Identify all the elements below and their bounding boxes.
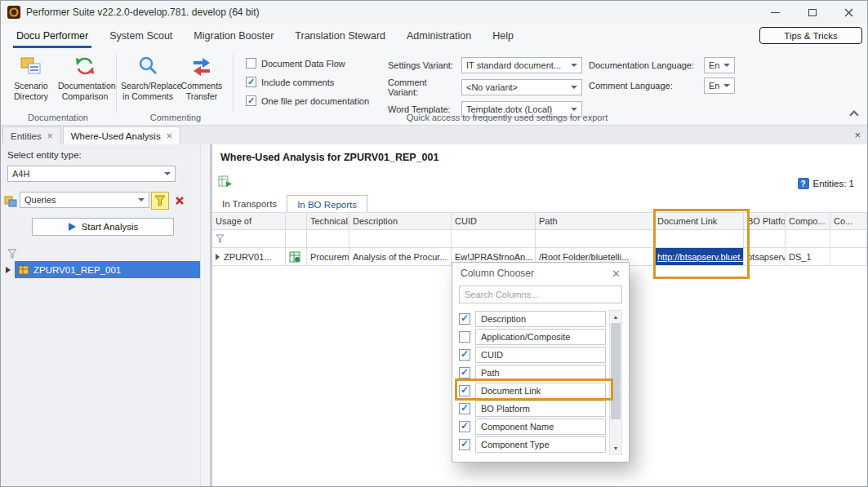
tab-in-bo-reports[interactable]: In BO Reports: [287, 195, 367, 213]
comment-variant-dropdown[interactable]: <No variant>: [461, 79, 582, 95]
cell-usage-of[interactable]: ZPURV01...: [212, 248, 286, 266]
start-analysis-button[interactable]: Start Analysis: [32, 218, 174, 236]
tab-docu-performer[interactable]: Docu Performer: [6, 24, 99, 48]
column-option-label[interactable]: Application/Composite: [475, 329, 606, 345]
tab-system-scout[interactable]: System Scout: [99, 24, 183, 48]
column-header-icon[interactable]: [286, 212, 307, 230]
checkbox-document-data-flow[interactable]: Document Data Flow: [246, 58, 386, 69]
clear-filter-button[interactable]: [171, 192, 189, 210]
checkbox-icon[interactable]: [459, 439, 470, 450]
checkbox-icon[interactable]: [459, 331, 470, 343]
cell-document-link[interactable]: http://btsapserv.bluet...: [654, 248, 744, 266]
filter-button[interactable]: [151, 192, 169, 210]
tab-migration-booster[interactable]: Migration Booster: [183, 24, 284, 48]
expand-arrow-icon[interactable]: [6, 267, 11, 273]
minimize-button[interactable]: [757, 1, 794, 24]
column-option-label[interactable]: Component Type: [475, 436, 606, 453]
checkbox-icon[interactable]: [459, 349, 470, 361]
checkbox-include-comments[interactable]: Include comments: [246, 77, 386, 87]
scenario-directory-button[interactable]: Scenario Directory: [4, 52, 58, 101]
column-search-input[interactable]: [459, 286, 622, 303]
filter-cell[interactable]: [830, 230, 867, 248]
column-option-description[interactable]: Description: [459, 310, 606, 327]
close-tab-icon[interactable]: ×: [47, 131, 53, 141]
cell-component-name[interactable]: DS_1: [786, 248, 830, 266]
scroll-down-icon[interactable]: ▼: [610, 442, 621, 454]
dialog-close-icon[interactable]: ✕: [612, 268, 621, 280]
filter-cell[interactable]: [307, 230, 349, 248]
column-option-bo-platform[interactable]: BO Platform: [459, 400, 606, 417]
filter-cell[interactable]: [786, 230, 830, 248]
filter-cell[interactable]: [536, 230, 654, 248]
column-header-document-link[interactable]: Document Link: [654, 212, 744, 230]
cell-technical[interactable]: Procurem...: [307, 248, 349, 266]
column-option-label[interactable]: BO Platform: [475, 401, 606, 417]
filter-cell[interactable]: [286, 230, 307, 248]
tab-in-transports[interactable]: In Transports: [212, 195, 287, 213]
checkbox-icon[interactable]: [459, 385, 470, 396]
export-icon[interactable]: [218, 175, 232, 191]
column-header-cuid[interactable]: CUID: [452, 212, 536, 230]
entity-type-dropdown[interactable]: Queries: [20, 192, 149, 208]
comments-transfer-button[interactable]: Comments Transfer: [175, 52, 229, 101]
documentation-language-dropdown[interactable]: En: [704, 57, 735, 73]
checkbox-icon[interactable]: [459, 313, 470, 325]
filter-cell-usage-of[interactable]: [212, 230, 286, 248]
filter-cell[interactable]: [654, 230, 744, 248]
column-option-label[interactable]: Description: [475, 311, 606, 327]
column-option-label[interactable]: Component Name: [475, 418, 606, 435]
checkbox-one-file-per-documentation[interactable]: One file per documentation: [246, 95, 386, 106]
settings-variant-dropdown[interactable]: IT standard document...: [461, 57, 582, 73]
tips-tricks-button[interactable]: Tips & Tricks: [759, 27, 862, 44]
tab-help[interactable]: Help: [482, 24, 524, 48]
column-header-path[interactable]: Path: [536, 212, 654, 230]
tab-where-used-analysis[interactable]: Where-Used Analysis ×: [63, 126, 180, 144]
column-option-label[interactable]: Document Link: [475, 383, 606, 399]
close-tab-icon[interactable]: ×: [167, 131, 172, 141]
close-document-icon[interactable]: ×: [854, 129, 861, 141]
filter-cell[interactable]: [744, 230, 786, 248]
expand-arrow-icon[interactable]: [216, 254, 220, 260]
cell-bo-platform[interactable]: btsapserv: [744, 248, 786, 266]
filter-cell[interactable]: [349, 230, 452, 248]
dialog-titlebar[interactable]: Column Chooser ✕: [452, 263, 629, 284]
close-button[interactable]: [830, 1, 867, 24]
tree-item-zpurv01[interactable]: ZPURV01_REP_001: [1, 261, 203, 278]
checkbox-icon[interactable]: [459, 403, 470, 414]
scroll-up-icon[interactable]: ▲: [610, 311, 621, 323]
tab-translation-steward[interactable]: Translation Steward: [284, 24, 396, 48]
system-dropdown[interactable]: A4H: [7, 166, 176, 182]
column-option-application-composite[interactable]: Application/Composite: [459, 328, 606, 345]
column-header-component-type[interactable]: Co...: [830, 212, 867, 230]
tree-item-selected[interactable]: ZPURV01_REP_001: [15, 261, 203, 278]
search-replace-comments-button[interactable]: Search/Replace in Comments: [121, 52, 175, 101]
sidebar-scrollbar[interactable]: [200, 144, 210, 487]
maximize-button[interactable]: [794, 1, 830, 24]
dialog-scrollbar[interactable]: ▲ ▼: [609, 310, 622, 455]
column-option-cuid[interactable]: CUID: [459, 346, 606, 363]
cell-component-type[interactable]: [830, 248, 867, 266]
filter-cell[interactable]: [452, 230, 536, 248]
column-option-component-type[interactable]: Component Type: [459, 436, 606, 453]
checkbox-icon[interactable]: [459, 421, 470, 432]
column-header-component-name[interactable]: Compo...: [786, 212, 830, 230]
tree-filter-icon[interactable]: [7, 247, 17, 262]
column-header-bo-platform[interactable]: BO Platfo...: [744, 212, 786, 230]
column-header-description[interactable]: Description: [349, 212, 452, 230]
scrollbar-thumb[interactable]: [611, 323, 621, 419]
column-option-label[interactable]: CUID: [475, 347, 606, 363]
column-option-label[interactable]: Path: [475, 365, 606, 381]
cell-type-icon[interactable]: [286, 248, 307, 266]
collapse-ribbon-icon[interactable]: [849, 110, 858, 119]
column-header-technical[interactable]: Technical...: [307, 212, 349, 230]
tab-entities[interactable]: Entities ×: [2, 126, 61, 144]
checkbox-icon[interactable]: [459, 367, 470, 379]
column-option-path[interactable]: Path: [459, 364, 606, 381]
column-option-component-name[interactable]: Component Name: [459, 418, 606, 435]
tab-administration[interactable]: Administration: [396, 24, 482, 48]
column-header-usage-of[interactable]: Usage of: [212, 212, 286, 230]
cell-description[interactable]: Analysis of the Procur...: [349, 248, 452, 266]
column-option-document-link[interactable]: Document Link: [459, 382, 606, 399]
documentation-comparison-button[interactable]: Documentation Comparison: [58, 52, 112, 101]
comment-language-dropdown[interactable]: En: [704, 77, 735, 94]
